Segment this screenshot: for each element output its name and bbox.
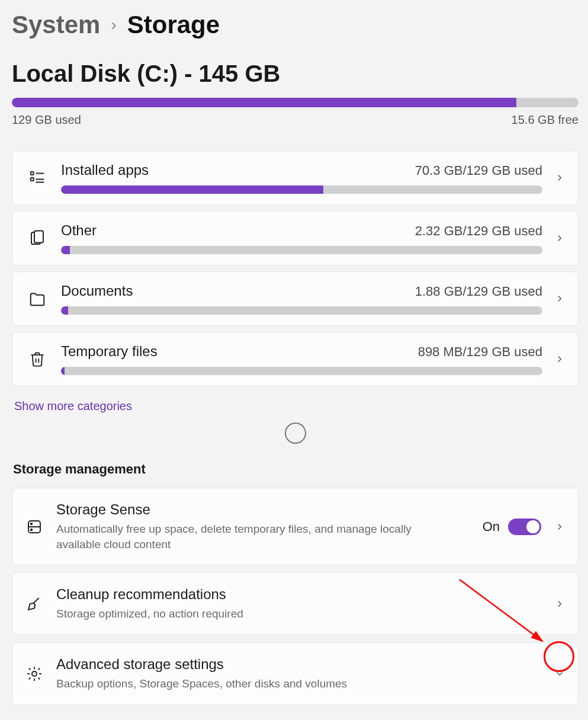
svg-rect-6 (34, 231, 43, 243)
category-usage: 2.32 GB/129 GB used (415, 223, 542, 239)
trash-icon (25, 351, 49, 367)
chevron-right-icon (554, 599, 565, 609)
cleanup-title: Cleanup recommendations (56, 586, 541, 603)
category-documents[interactable]: Documents 1.88 GB/129 GB used (12, 271, 579, 326)
chevron-right-icon (554, 233, 565, 244)
category-usage: 898 MB/129 GB used (418, 344, 542, 360)
svg-rect-0 (31, 172, 34, 175)
disk-free-label: 15.6 GB free (512, 113, 579, 127)
category-title: Temporary files (61, 343, 158, 360)
storage-management-heading: Storage management (13, 462, 579, 477)
category-bar (61, 185, 542, 194)
category-installed-apps[interactable]: Installed apps 70.3 GB/129 GB used (12, 151, 579, 205)
chevron-right-icon (554, 293, 565, 304)
documents-icon (25, 290, 49, 308)
svg-point-10 (31, 529, 33, 530)
storage-sense-desc: Automatically free up space, delete temp… (56, 521, 423, 552)
broom-icon (25, 595, 43, 613)
gear-icon (25, 665, 43, 683)
category-bar (61, 306, 542, 315)
category-other[interactable]: Other 2.32 GB/129 GB used (12, 211, 579, 265)
drive-icon (25, 518, 43, 536)
svg-rect-2 (31, 178, 34, 181)
svg-point-9 (31, 523, 33, 524)
chevron-right-icon (554, 521, 565, 532)
advanced-desc: Backup options, Storage Spaces, other di… (56, 676, 423, 692)
show-more-categories-link[interactable]: Show more categories (14, 399, 579, 413)
apps-icon (25, 169, 49, 187)
advanced-storage-settings-row[interactable]: Advanced storage settings Backup options… (12, 642, 579, 705)
category-bar (61, 246, 542, 254)
cleanup-desc: Storage optimized, no action required (56, 606, 423, 622)
breadcrumb: System › Storage (12, 11, 579, 39)
category-title: Documents (61, 283, 133, 299)
svg-line-11 (34, 598, 39, 603)
category-temporary-files[interactable]: Temporary files 898 MB/129 GB used (12, 332, 579, 386)
category-title: Installed apps (61, 162, 149, 178)
category-usage: 1.88 GB/129 GB used (415, 284, 542, 299)
category-list: Installed apps 70.3 GB/129 GB used Ot (12, 151, 579, 386)
svg-point-12 (32, 671, 37, 676)
breadcrumb-current: Storage (127, 11, 220, 39)
cleanup-recommendations-row[interactable]: Cleanup recommendations Storage optimize… (12, 572, 579, 635)
storage-sense-title: Storage Sense (56, 501, 470, 518)
breadcrumb-parent[interactable]: System (12, 11, 100, 39)
category-usage: 70.3 GB/129 GB used (415, 163, 542, 178)
category-title: Other (61, 222, 97, 239)
chevron-right-icon (554, 354, 565, 364)
disk-title: Local Disk (C:) - 145 GB (12, 60, 579, 87)
other-icon (25, 229, 49, 247)
disk-used-label: 129 GB used (12, 113, 81, 127)
disk-usage-bar (12, 98, 579, 107)
chevron-right-icon: › (111, 15, 116, 34)
category-bar (61, 367, 542, 375)
storage-sense-toggle[interactable] (508, 519, 541, 535)
storage-sense-state: On (483, 519, 500, 535)
storage-sense-row[interactable]: Storage Sense Automatically free up spac… (12, 488, 579, 565)
loading-spinner-icon (285, 423, 306, 444)
disk-usage-fill (12, 98, 516, 107)
advanced-title: Advanced storage settings (56, 656, 541, 673)
chevron-down-icon[interactable] (554, 668, 565, 679)
chevron-right-icon (554, 172, 565, 183)
